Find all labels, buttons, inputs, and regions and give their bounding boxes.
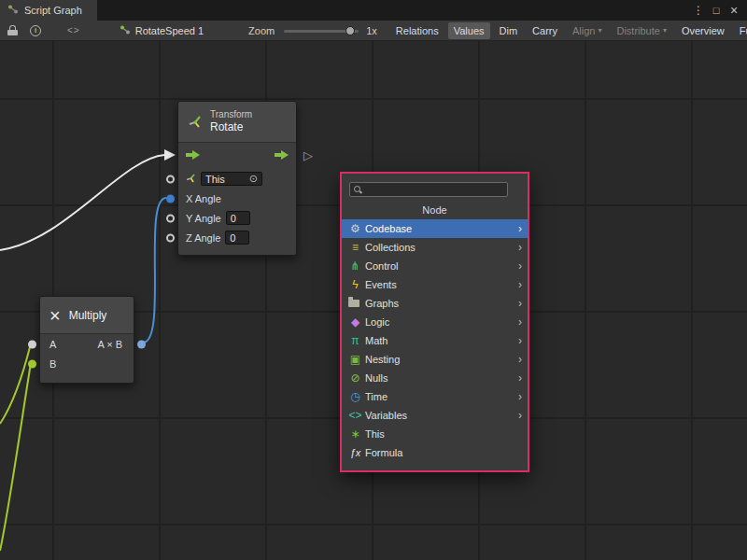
node-title: Rotate [210, 120, 252, 134]
output-port[interactable] [137, 340, 146, 348]
toolbar-button-align[interactable]: Align▾ [567, 22, 607, 39]
toolbar-button-distribute[interactable]: Distribute▾ [611, 22, 671, 39]
z-angle-port[interactable] [166, 233, 175, 242]
button-label: Overview [682, 25, 725, 36]
chevron-right-icon: › [518, 241, 522, 254]
tab-script-graph[interactable]: Script Graph [0, 0, 97, 21]
chevron-right-icon: › [518, 409, 522, 422]
search-input[interactable] [365, 184, 504, 195]
node-footer [178, 247, 296, 255]
wire-green-to-b[interactable] [0, 363, 31, 551]
chevron-right-icon: › [518, 390, 522, 403]
fuzzy-item-label: This [365, 428, 385, 440]
fuzzy-item-time[interactable]: ◷Time› [342, 387, 528, 406]
toolbar-button-dim[interactable]: Dim [494, 22, 524, 39]
fuzzy-item-codebase[interactable]: ⚙Codebase› [342, 219, 528, 238]
flow-in-arrow-icon[interactable] [186, 150, 200, 161]
transform-rotate-icon [188, 114, 203, 131]
toolbar-button-values[interactable]: Values [448, 22, 490, 39]
x-angle-port[interactable] [166, 194, 175, 203]
toolbar-button-full-screen[interactable]: Full Screen [734, 22, 747, 39]
folder-icon [348, 300, 359, 307]
toolbar-buttons: RelationsValuesDimCarryAlign▾Distribute▾… [390, 22, 747, 39]
fuzzy-header: Node [342, 204, 528, 216]
toolbar-button-relations[interactable]: Relations [390, 22, 444, 39]
this-axis-icon [186, 173, 196, 185]
zoom-slider-knob[interactable] [345, 26, 355, 35]
nesting-icon: ▣ [348, 354, 362, 365]
node-category: Transform [210, 109, 252, 121]
zoom-slider[interactable] [284, 24, 359, 37]
fuzzy-item-formula[interactable]: ƒxFormula [342, 443, 528, 462]
multiply-row-b: B [40, 354, 134, 373]
y-angle-port[interactable] [166, 214, 175, 222]
fuzzy-item-collections[interactable]: ≡Collections› [342, 238, 528, 257]
graph-name: RotateSpeed 1 [135, 25, 204, 36]
chevron-right-icon: › [518, 353, 522, 366]
chevron-right-icon: › [518, 278, 522, 291]
flow-arrowhead-icon [164, 149, 176, 161]
fuzzy-item-control[interactable]: ⋔Control› [342, 257, 528, 275]
script-graph-icon [7, 4, 19, 17]
graph-canvas[interactable]: Transform Rotate This [0, 41, 747, 560]
dropdown-arrow-icon: ▾ [663, 26, 667, 35]
transform-node-header[interactable]: Transform Rotate [178, 102, 296, 143]
this-port[interactable] [166, 175, 175, 183]
fuzzy-item-logic[interactable]: ◆Logic› [342, 313, 528, 331]
flow-out-arrow-icon[interactable] [275, 150, 289, 161]
wire-white-flow[interactable] [0, 155, 164, 250]
close-icon[interactable] [726, 3, 741, 18]
fuzzy-item-this[interactable]: ∗This [342, 425, 528, 443]
tab-bar: Script Graph [0, 0, 747, 21]
this-row: This [178, 169, 296, 189]
diamond-icon: ◆ [348, 316, 362, 328]
zoom-label: Zoom [248, 25, 275, 36]
toolbar-button-carry[interactable]: Carry [527, 22, 563, 39]
fuzzy-item-graphs[interactable]: Graphs› [342, 294, 528, 313]
fuzzy-item-label: Graphs [365, 298, 399, 309]
chevron-right-icon: › [518, 222, 522, 235]
multiply-node-header[interactable]: Multiply [40, 297, 134, 334]
graph-breadcrumb[interactable]: RotateSpeed 1 [120, 24, 204, 37]
fuzzy-item-label: Codebase [365, 223, 412, 234]
fuzzy-item-nesting[interactable]: ▣Nesting› [342, 350, 528, 369]
clock-icon: ◷ [348, 391, 362, 402]
maximize-icon[interactable] [709, 4, 724, 17]
flow-next-triangle-icon[interactable] [303, 149, 313, 161]
fuzzy-item-nulls[interactable]: ⊘Nulls› [342, 369, 528, 387]
window-menu-icon[interactable] [691, 4, 706, 17]
wire-blue-multiply-to-xangle[interactable] [143, 198, 166, 343]
zoom-value: 1x [366, 25, 377, 36]
z-angle-label: Z Angle [186, 232, 220, 244]
fuzzy-item-label: Events [365, 279, 397, 290]
fuzzy-item-variables[interactable]: <>Variables› [342, 406, 528, 425]
fuzzy-item-label: Nesting [365, 354, 400, 365]
list-icon: ≡ [348, 242, 362, 253]
chevron-right-icon: › [518, 259, 522, 273]
multiply-icon [49, 306, 61, 325]
fuzzy-item-label: Math [365, 335, 388, 346]
toolbar: RotateSpeed 1 Zoom 1x RelationsValuesDim… [0, 21, 747, 41]
z-angle-input[interactable]: 0 [225, 231, 249, 245]
fuzzy-item-label: Logic [365, 316, 389, 328]
input-a-port[interactable] [28, 340, 36, 348]
window-controls [691, 0, 747, 21]
lock-body [7, 30, 18, 35]
info-icon[interactable] [30, 23, 41, 38]
output-label: A × B [97, 339, 122, 350]
y-angle-input[interactable]: 0 [226, 211, 250, 225]
transform-rotate-node[interactable]: Transform Rotate This [177, 101, 297, 256]
this-field[interactable]: This [201, 172, 262, 186]
toolbar-button-overview[interactable]: Overview [676, 22, 730, 39]
fuzzy-item-math[interactable]: πMath› [342, 331, 528, 350]
multiply-node[interactable]: Multiply A A × B B [39, 296, 134, 384]
fuzzy-item-label: Time [365, 391, 388, 402]
code-icon[interactable] [67, 23, 80, 38]
wire-green-to-a[interactable] [0, 343, 31, 424]
input-b-port[interactable] [28, 359, 36, 368]
lock-icon[interactable] [7, 23, 18, 38]
object-picker-icon[interactable] [249, 174, 258, 184]
search-box[interactable] [349, 182, 508, 197]
fuzzy-item-events[interactable]: ϟEvents› [342, 275, 528, 294]
info-circle [30, 25, 41, 36]
